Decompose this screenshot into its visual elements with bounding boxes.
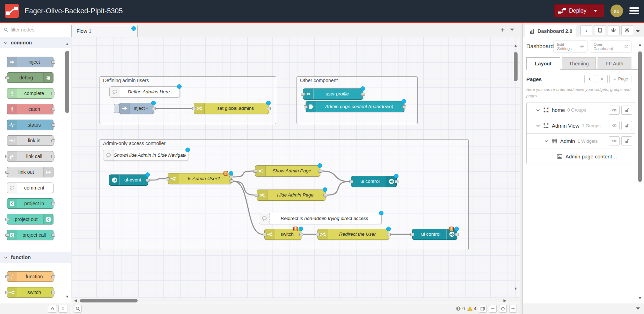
canvas-scroll-right[interactable]: ▶	[504, 299, 506, 302]
pages-collapse-button[interactable]	[584, 75, 595, 83]
flow-node-ui-control[interactable]: ui control!	[412, 229, 457, 240]
node-input-port[interactable]	[349, 180, 353, 183]
deploy-options-button[interactable]	[590, 7, 600, 15]
node-input-port[interactable]	[316, 233, 320, 236]
canvas-scroll-up[interactable]: ▲	[514, 44, 518, 48]
tree-row-admin-page-content-m[interactable]: Admin page content (m...	[527, 149, 635, 164]
palette-node-comment[interactable]: comment	[7, 183, 53, 193]
palette-node-catch[interactable]: catch	[7, 104, 53, 114]
canvas-hscrollbar[interactable]: ◀ ▶	[71, 298, 520, 303]
node-output-port[interactable]	[402, 105, 406, 108]
node-output-port[interactable]	[299, 233, 303, 236]
palette-node-project-in[interactable]: project in	[7, 198, 53, 209]
flow-node-is-admin-user[interactable]: Is Admin User?!	[168, 173, 232, 184]
flow-tab[interactable]: Flow 1	[71, 25, 138, 37]
node-output-port[interactable]	[267, 107, 271, 110]
sidebar-tab-info[interactable]: i	[580, 25, 592, 35]
palette-node-complete[interactable]: complete	[7, 88, 53, 99]
node-output-port[interactable]	[51, 60, 55, 64]
sidebar-tab-help[interactable]	[594, 25, 606, 35]
node-output-port[interactable]	[387, 233, 391, 236]
node-input-port[interactable]	[192, 107, 196, 110]
warning-count[interactable]: 4	[467, 306, 476, 311]
canvas-hscrollbar-thumb[interactable]	[80, 299, 138, 302]
palette-node-project-out[interactable]: project out	[7, 214, 53, 224]
palette-node-switch[interactable]: switch	[7, 287, 53, 298]
sidebar-tab-debug[interactable]	[608, 25, 620, 35]
lock-toggle-button[interactable]	[621, 136, 632, 145]
palette-scroll[interactable]: ▲ ▼ commoninjectdebugcompletecatchstatus…	[0, 37, 71, 303]
add-flow-button[interactable]	[500, 27, 505, 33]
chevron-down-icon[interactable]	[544, 139, 549, 143]
flow-node-redirect-the-user[interactable]: Redirect the User	[317, 229, 389, 240]
node-output-port[interactable]	[455, 233, 459, 236]
dashboard-tab-layout[interactable]: Layout	[526, 57, 560, 70]
flow-group-defining-admin-users[interactable]: Defining admin users	[100, 76, 276, 124]
node-output-port-1[interactable]	[229, 175, 233, 178]
visibility-toggle-button[interactable]	[609, 106, 620, 115]
flow-canvas[interactable]: Defining admin usersOther componentAdmin…	[71, 37, 520, 298]
open-dashboard-button[interactable]: Open Dashboard	[590, 41, 631, 52]
node-output-port[interactable]	[51, 291, 55, 294]
palette-scroll-down[interactable]: ▼	[65, 295, 69, 299]
flow-node-admin-page-content-markdown[interactable]: Admin page content (markdown)	[306, 101, 404, 112]
palette-node-inject[interactable]: inject	[7, 57, 53, 67]
zoom-in-button[interactable]	[509, 305, 517, 313]
node-output-port[interactable]	[51, 202, 55, 205]
zoom-out-button[interactable]	[489, 305, 497, 313]
deploy-button[interactable]: Deploy	[554, 4, 604, 17]
node-output-port[interactable]	[146, 179, 150, 182]
flow-node-inject[interactable]: inject ¹	[119, 103, 154, 114]
canvas-scroll-down[interactable]: ▼	[514, 287, 518, 291]
lock-toggle-button[interactable]	[621, 106, 632, 115]
tree-row-admin-view[interactable]: Admin View1 Groups	[527, 118, 635, 133]
add-page-button[interactable]: Page	[609, 75, 631, 83]
visibility-toggle-button[interactable]	[609, 121, 620, 130]
node-input-port[interactable]	[5, 291, 9, 294]
chevron-down-icon[interactable]	[536, 123, 540, 128]
sidebar-tab-config[interactable]	[621, 25, 633, 35]
node-output-port[interactable]	[51, 108, 55, 111]
node-output-port-2[interactable]	[229, 179, 233, 183]
node-output-port[interactable]	[51, 275, 55, 278]
flow-node-ui-event[interactable]: ui-event	[109, 174, 148, 186]
node-output-port[interactable]	[51, 234, 55, 237]
node-input-port[interactable]	[304, 105, 308, 108]
sidebar-scrollbar-thumb[interactable]	[638, 51, 642, 182]
canvas-scroll-left[interactable]: ◀	[74, 299, 77, 302]
filter-nodes-input[interactable]	[10, 27, 74, 33]
navigator-button[interactable]	[479, 305, 486, 313]
palette-node-status[interactable]: status	[7, 120, 53, 130]
node-input-port[interactable]	[253, 170, 257, 173]
node-output-port[interactable]	[323, 194, 327, 197]
flow-node-redirect-is-non-admin-trying-direct-access[interactable]: Redirect is non-admin trying direct acce…	[259, 213, 382, 224]
palette-node-function[interactable]: ffunction	[7, 271, 53, 282]
dashboard-tab-theming[interactable]: Theming	[562, 57, 596, 69]
node-input-port[interactable]	[255, 194, 259, 197]
canvas-search-button[interactable]	[74, 305, 82, 313]
sidebar-splitter[interactable]	[520, 23, 523, 314]
node-input-port[interactable]	[5, 76, 9, 79]
sidebar-collapse-button[interactable]	[636, 307, 640, 310]
node-output-port[interactable]	[395, 180, 398, 183]
flow-group-other-component[interactable]: Other component	[297, 76, 418, 124]
canvas-vscrollbar-thumb[interactable]	[514, 52, 518, 81]
dashboard-tab-ff-auth[interactable]: FF Auth	[598, 57, 631, 69]
flow-node-switch[interactable]: switch!	[264, 229, 301, 240]
node-output-port[interactable]	[51, 155, 55, 158]
flow-node-define-admins-here[interactable]: Define Admins Here	[109, 86, 180, 98]
flow-node-show-admin-page[interactable]: Show Admin Page	[255, 165, 320, 177]
tree-row-home[interactable]: home0 Groups	[527, 102, 635, 118]
node-input-port[interactable]	[5, 275, 9, 278]
node-output-port[interactable]	[51, 92, 55, 95]
node-output-port[interactable]	[318, 170, 322, 173]
info-count[interactable]: 0	[456, 306, 465, 311]
sidebar-scroll-up[interactable]: ▲	[638, 43, 642, 47]
node-input-port[interactable]	[410, 233, 414, 236]
palette-category-common[interactable]: common	[0, 37, 71, 48]
palette-node-link-call[interactable]: link call	[7, 151, 53, 162]
flow-node-user-profile[interactable]: </>user profile	[303, 88, 363, 100]
pages-expand-button[interactable]	[597, 75, 608, 83]
flow-node-show-hide-admin-in-side-navigation[interactable]: Show/Hide Admin in Side Navigation	[103, 150, 188, 161]
node-output-port[interactable]	[361, 93, 365, 96]
